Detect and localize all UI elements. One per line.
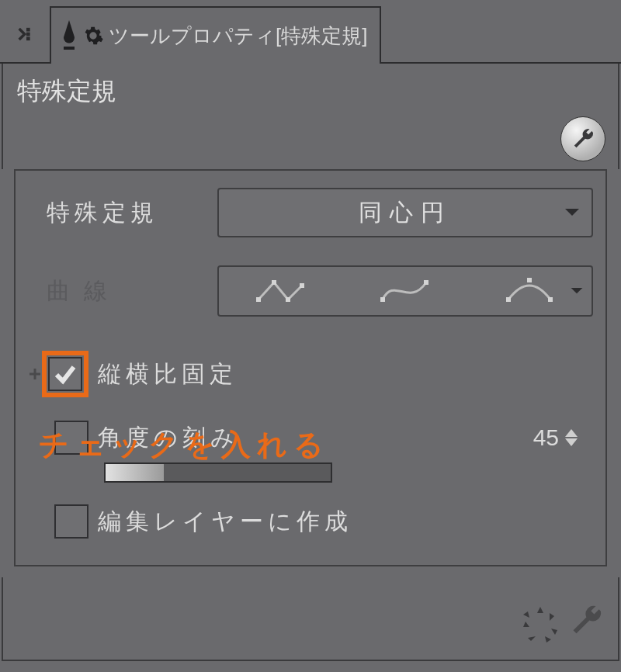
chevron-down-icon [564, 207, 581, 218]
spinner-up-icon[interactable] [565, 429, 578, 437]
label-create-on-edit-layer: 編集レイヤーに作成 [98, 506, 352, 538]
row-create-on-edit-layer: 編集レイヤーに作成 [23, 497, 598, 546]
expand-icon [16, 23, 37, 45]
wrench-icon[interactable] [567, 601, 605, 647]
annotation-highlight [42, 351, 88, 397]
slider-fill [106, 464, 164, 481]
svg-rect-5 [272, 280, 276, 285]
chevron-down-icon [570, 286, 584, 296]
expand-indicator[interactable] [28, 361, 42, 387]
checkbox-create-on-edit-layer[interactable] [54, 504, 88, 539]
row-special-ruler: 特殊定規 同心円 [23, 174, 598, 251]
spinner-down-icon[interactable] [565, 438, 578, 446]
svg-rect-8 [380, 297, 385, 302]
label-curve: 曲線 [28, 275, 217, 307]
gear-icon [82, 25, 104, 47]
row-aspect-lock: 縦横比固定 [23, 331, 598, 405]
checkbox-aspect-lock[interactable] [48, 357, 82, 391]
expand-panel-button[interactable] [3, 6, 50, 62]
svg-rect-2 [26, 37, 30, 41]
curve-polyline-icon[interactable] [219, 267, 343, 315]
svg-rect-7 [300, 283, 304, 288]
tab-strip: ツールプロパティ[特殊定規] [0, 0, 621, 64]
pen-icon [59, 19, 79, 53]
svg-rect-9 [424, 280, 428, 285]
plus-icon [28, 367, 42, 381]
curve-spline-icon[interactable] [343, 267, 467, 315]
dropdown-special-ruler[interactable]: 同心円 [217, 188, 593, 237]
svg-rect-6 [286, 297, 290, 302]
curve-type-picker[interactable] [217, 265, 593, 317]
svg-rect-0 [26, 28, 30, 32]
svg-rect-11 [527, 278, 532, 282]
angle-step-slider[interactable] [104, 462, 332, 483]
tab-tool-property[interactable]: ツールプロパティ[特殊定規] [50, 6, 381, 64]
row-curve: 曲線 [23, 251, 598, 331]
label-special-ruler: 特殊定規 [28, 197, 217, 229]
svg-rect-12 [548, 297, 553, 302]
angle-step-value: 45 [533, 424, 559, 451]
reset-icon[interactable] [517, 601, 564, 647]
subtool-detail-button[interactable] [560, 116, 605, 161]
property-list: 特殊定規 同心円 曲線 [14, 169, 607, 566]
angle-step-spinner[interactable] [565, 429, 578, 446]
subtool-name: 特殊定規 [2, 64, 619, 109]
svg-rect-3 [64, 47, 75, 50]
annotation-text: チェックを入れる [39, 425, 330, 465]
svg-rect-10 [506, 297, 511, 302]
svg-rect-1 [26, 33, 30, 36]
dropdown-special-ruler-value: 同心円 [359, 197, 452, 229]
wrench-icon [570, 126, 596, 152]
label-aspect-lock: 縦横比固定 [98, 359, 238, 390]
svg-rect-4 [256, 297, 261, 302]
checkmark-icon [54, 362, 77, 386]
tab-title: ツールプロパティ[特殊定規] [109, 23, 367, 50]
